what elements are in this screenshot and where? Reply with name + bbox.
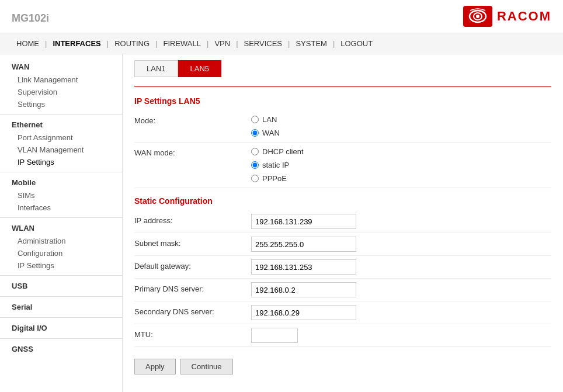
subnet-value <box>251 237 551 252</box>
secondary-dns-value <box>251 305 551 320</box>
primary-dns-label: Primary DNS server: <box>134 282 251 293</box>
nav-system[interactable]: SYSTEM <box>291 39 331 48</box>
mode-label-wan: WAN <box>262 129 280 137</box>
sidebar-section-wan: WAN Link Management Supervision Settings <box>0 60 122 110</box>
nav-firewall[interactable]: FIREWALL <box>158 39 206 48</box>
mode-radio-wan[interactable] <box>251 129 259 137</box>
wan-mode-pppoe[interactable]: PPPoE <box>251 173 551 184</box>
main-content: LAN1 LAN5 IP Settings LAN5 Mode: LAN WAN <box>123 54 563 392</box>
secondary-dns-input[interactable] <box>251 305 356 320</box>
wan-mode-label-dhcp: DHCP client <box>262 147 304 156</box>
static-config-title: Static Configuration <box>134 196 551 206</box>
sidebar-title-mobile: Mobile <box>0 176 122 189</box>
sidebar-divider-5 <box>0 296 122 297</box>
sidebar-section-wlan: WLAN Administration Configuration IP Set… <box>0 221 122 272</box>
sidebar-item-wlan-ip[interactable]: IP Settings <box>0 259 122 272</box>
subnet-label: Subnet mask: <box>134 237 251 248</box>
mode-option-lan[interactable]: LAN <box>251 114 551 125</box>
tabs: LAN1 LAN5 <box>134 60 551 77</box>
form-row-secondary-dns: Secondary DNS server: <box>134 301 551 324</box>
primary-dns-input[interactable] <box>251 282 356 297</box>
sidebar-item-supervision[interactable]: Supervision <box>0 86 122 98</box>
mtu-label: MTU: <box>134 328 251 339</box>
sidebar-section-usb: USB <box>0 279 122 293</box>
sidebar-item-port-assignment[interactable]: Port Assignment <box>0 131 122 144</box>
page-title: IP Settings LAN5 <box>134 96 551 106</box>
header: MG102i RACOM <box>0 0 563 33</box>
top-nav: HOME | INTERFACES | ROUTING | FIREWALL |… <box>0 33 563 54</box>
logo: RACOM <box>463 6 551 27</box>
layout: WAN Link Management Supervision Settings… <box>0 54 563 392</box>
wan-mode-radio-group: DHCP client static IP PPPoE <box>251 146 551 184</box>
sidebar-title-wan: WAN <box>0 60 122 74</box>
mode-radio-lan[interactable] <box>251 116 259 123</box>
sidebar-title-wlan: WLAN <box>0 221 122 235</box>
tab-lan1[interactable]: LAN1 <box>134 60 178 77</box>
sidebar-item-interfaces[interactable]: Interfaces <box>0 202 122 214</box>
device-suffix: i <box>46 12 49 24</box>
sidebar-section-digital-io: Digital I/O <box>0 321 122 335</box>
device-name: MG102 <box>12 12 46 24</box>
subnet-input[interactable] <box>251 237 356 252</box>
sidebar-section-ethernet: Ethernet Port Assignment VLAN Management… <box>0 118 122 168</box>
sidebar-title-serial: Serial <box>0 300 122 314</box>
nav-interfaces[interactable]: INTERFACES <box>48 39 105 48</box>
gateway-input[interactable] <box>251 259 356 275</box>
tab-lan5[interactable]: LAN5 <box>178 60 222 77</box>
sidebar-title-digital-io: Digital I/O <box>0 321 122 335</box>
sidebar-title-ethernet: Ethernet <box>0 118 122 131</box>
form-row-mode: Mode: LAN WAN <box>134 110 551 143</box>
sidebar-section-gnss: GNSS <box>0 342 122 356</box>
wan-mode-label-pppoe: PPPoE <box>262 174 287 183</box>
sidebar-item-sims[interactable]: SIMs <box>0 189 122 202</box>
wan-mode-label-static: static IP <box>262 161 289 169</box>
gateway-value <box>251 259 551 275</box>
sidebar-item-ip-settings[interactable]: IP Settings <box>0 156 122 168</box>
form-row-mtu: MTU: <box>134 324 551 347</box>
nav-routing[interactable]: ROUTING <box>110 39 154 48</box>
mode-label: Mode: <box>134 114 251 125</box>
wan-mode-options: DHCP client static IP PPPoE <box>251 146 551 184</box>
form-row-ip: IP address: <box>134 210 551 233</box>
nav-logout[interactable]: LOGOUT <box>336 39 377 48</box>
sidebar-divider-2 <box>0 172 122 172</box>
primary-dns-value <box>251 282 551 297</box>
secondary-dns-label: Secondary DNS server: <box>134 305 251 316</box>
tabs-container: LAN1 LAN5 <box>134 60 551 87</box>
wan-mode-radio-static[interactable] <box>251 161 259 169</box>
sidebar-item-link-management[interactable]: Link Management <box>0 74 122 86</box>
gateway-label: Default gateway: <box>134 259 251 270</box>
wan-mode-radio-pppoe[interactable] <box>251 175 259 182</box>
mtu-input[interactable] <box>251 328 298 343</box>
sidebar-item-vlan-management[interactable]: VLAN Management <box>0 144 122 156</box>
sidebar-divider-4 <box>0 275 122 276</box>
device-title: MG102i <box>12 8 49 26</box>
logo-icon <box>463 6 492 27</box>
nav-vpn[interactable]: VPN <box>210 39 235 48</box>
buttons: Apply Continue <box>134 359 551 374</box>
sidebar: WAN Link Management Supervision Settings… <box>0 54 123 392</box>
nav-services[interactable]: SERVICES <box>239 39 287 48</box>
wan-mode-label: WAN mode: <box>134 146 251 157</box>
mtu-value <box>251 328 551 343</box>
sidebar-divider-6 <box>0 317 122 318</box>
sidebar-section-serial: Serial <box>0 300 122 314</box>
form-row-wan-mode: WAN mode: DHCP client static IP PPPoE <box>134 143 551 188</box>
sidebar-title-gnss: GNSS <box>0 342 122 356</box>
wan-mode-radio-dhcp[interactable] <box>251 148 259 155</box>
ip-value <box>251 214 551 229</box>
nav-home[interactable]: HOME <box>12 39 44 48</box>
ip-label: IP address: <box>134 214 251 225</box>
wan-mode-static[interactable]: static IP <box>251 159 551 171</box>
mode-options: LAN WAN <box>251 114 551 138</box>
wan-mode-dhcp[interactable]: DHCP client <box>251 146 551 157</box>
continue-button[interactable]: Continue <box>180 359 233 374</box>
mode-option-wan[interactable]: WAN <box>251 127 551 138</box>
ip-input[interactable] <box>251 214 356 229</box>
mode-label-lan: LAN <box>262 115 277 124</box>
sidebar-section-mobile: Mobile SIMs Interfaces <box>0 176 122 214</box>
apply-button[interactable]: Apply <box>134 359 176 374</box>
sidebar-item-wlan-admin[interactable]: Administration <box>0 235 122 247</box>
sidebar-item-wlan-config[interactable]: Configuration <box>0 247 122 259</box>
sidebar-item-settings[interactable]: Settings <box>0 98 122 110</box>
